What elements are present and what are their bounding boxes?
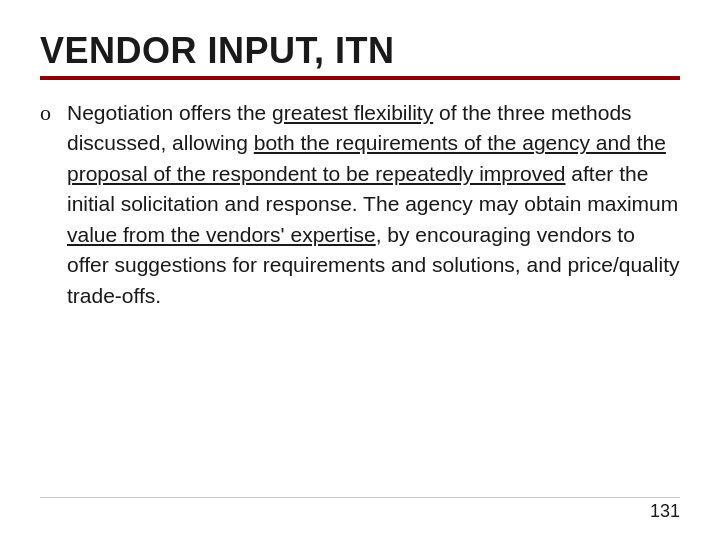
- content-area: o Negotiation offers the greatest flexib…: [40, 98, 680, 311]
- page-number: 131: [650, 501, 680, 522]
- title-underline: [40, 76, 680, 80]
- text-value-expertise: value from the vendors' expertise: [67, 223, 376, 246]
- text-greatest-flexibility: greatest flexibility: [272, 101, 433, 124]
- bottom-line: [40, 497, 680, 499]
- body-text: Negotiation offers the greatest flexibil…: [67, 98, 680, 311]
- slide: VENDOR INPUT, ITN o Negotiation offers t…: [0, 0, 720, 540]
- slide-title: VENDOR INPUT, ITN: [40, 30, 680, 72]
- text-part1: Negotiation offers the: [67, 101, 272, 124]
- bullet-point: o: [40, 102, 51, 124]
